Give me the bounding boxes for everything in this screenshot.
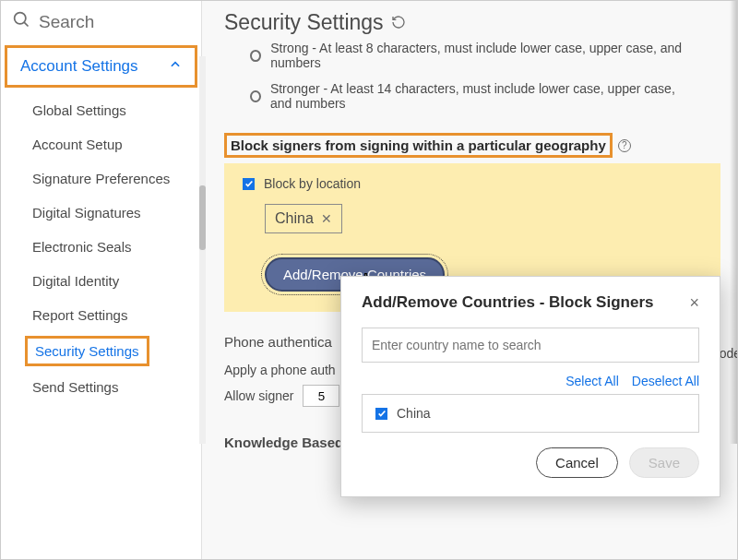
nav-header-account-settings[interactable]: Account Settings (5, 45, 197, 88)
password-option-stronger[interactable]: Stronger - At least 14 characters, must … (224, 76, 720, 116)
sidebar-item-send-settings[interactable]: Send Settings (1, 370, 201, 404)
block-by-location-label: Block by location (264, 176, 361, 191)
allow-signer-input[interactable] (303, 385, 339, 407)
sidebar-item-global-settings[interactable]: Global Settings (1, 93, 201, 127)
svg-line-1 (24, 22, 28, 26)
svg-point-0 (15, 13, 26, 24)
right-edge-shadow (730, 1, 737, 444)
add-remove-countries-modal: Add/Remove Countries - Block Signers × S… (340, 276, 720, 497)
page-title-text: Security Settings (224, 10, 384, 35)
sidebar-item-report-settings[interactable]: Report Settings (1, 298, 201, 332)
country-search-input[interactable] (362, 328, 699, 363)
checkbox-checked-icon (243, 178, 255, 190)
sidebar-item-security-settings[interactable]: Security Settings (25, 336, 149, 366)
sidebar-item-account-setup[interactable]: Account Setup (1, 127, 201, 161)
select-all-link[interactable]: Select All (565, 374, 619, 388)
deselect-all-link[interactable]: Deselect All (632, 374, 699, 388)
radio-icon (250, 90, 261, 102)
checkbox-checked-icon (375, 408, 387, 420)
save-button: Save (629, 447, 699, 478)
country-list: China (362, 394, 699, 433)
page-title: Security Settings (224, 10, 720, 35)
close-icon[interactable]: × (689, 293, 699, 313)
nav-header-label: Account Settings (20, 57, 138, 76)
country-option-china[interactable]: China (375, 406, 685, 421)
block-signers-heading-row: Block signers from signing within a part… (224, 133, 720, 158)
search-icon (12, 10, 31, 34)
block-by-location-checkbox-row[interactable]: Block by location (243, 176, 702, 191)
refresh-icon[interactable] (391, 10, 406, 35)
password-option-strong[interactable]: Strong - At least 8 characters, must inc… (224, 35, 720, 76)
sidebar: Search Account Settings Global Settings … (1, 1, 202, 559)
sidebar-item-electronic-seals[interactable]: Electronic Seals (1, 230, 201, 264)
country-option-label: China (397, 406, 431, 421)
sidebar-search[interactable]: Search (1, 1, 201, 43)
help-icon[interactable]: ? (618, 139, 631, 152)
search-placeholder-text: Search (39, 12, 94, 32)
allow-signer-label: Allow signer (224, 388, 293, 403)
modal-title: Add/Remove Countries - Block Signers (362, 293, 653, 312)
country-chip-label: China (275, 210, 314, 227)
block-signers-heading: Block signers from signing within a part… (224, 133, 613, 158)
sidebar-item-digital-identity[interactable]: Digital Identity (1, 264, 201, 298)
country-chip-china: China ✕ (265, 204, 342, 233)
cancel-button[interactable]: Cancel (536, 447, 618, 478)
radio-icon (250, 50, 261, 62)
sidebar-item-signature-preferences[interactable]: Signature Preferences (1, 161, 201, 196)
sidebar-item-digital-signatures[interactable]: Digital Signatures (1, 196, 201, 230)
password-option-stronger-label: Stronger - At least 14 characters, must … (270, 81, 695, 111)
nav-section-account-settings: Account Settings Global Settings Account… (1, 43, 201, 408)
password-option-strong-label: Strong - At least 8 characters, must inc… (270, 41, 695, 70)
chevron-up-icon (169, 57, 182, 76)
remove-chip-icon[interactable]: ✕ (321, 211, 332, 226)
